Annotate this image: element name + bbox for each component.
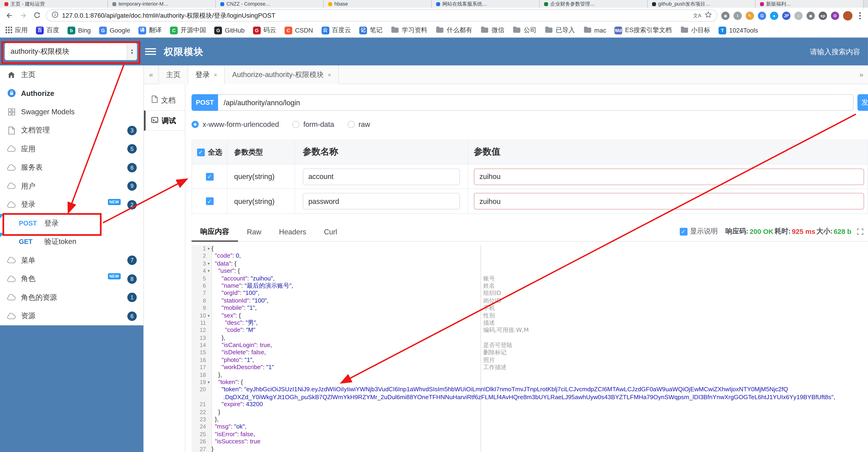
bookmark-item[interactable]: Md ES搜索引擎文档 <box>615 26 672 34</box>
bookmark-item[interactable]: 云 百度云 <box>321 26 351 34</box>
tab-debug[interactable]: 调试 <box>144 110 185 131</box>
sidebar-item[interactable]: 应用 5 <box>0 140 144 158</box>
forward-icon[interactable] <box>19 10 28 21</box>
header-search-input[interactable] <box>783 48 860 56</box>
bookmark-item[interactable]: 已导入 <box>545 26 575 34</box>
count-badge: 6 <box>127 311 137 321</box>
bookmark-item[interactable]: 百 百度 <box>36 26 59 34</box>
jp-extension-icon[interactable]: JP <box>782 11 790 20</box>
url-text[interactable]: 127.0.0.1:8760/api/gate/doc.html#/author… <box>62 11 690 20</box>
bookmark-item[interactable]: 公司 <box>513 26 536 34</box>
bookmark-item[interactable]: G Google <box>99 26 130 34</box>
browser-tab[interactable]: 主页 - 建站运营 <box>0 0 108 8</box>
response-tab[interactable]: Headers <box>270 222 315 241</box>
info-extension-icon[interactable]: i <box>734 11 742 20</box>
sidebar-item[interactable]: 登录 NEW 2 <box>0 195 144 214</box>
bookmark-item[interactable]: 应用 <box>6 26 28 34</box>
show-description-checkbox[interactable] <box>680 228 687 235</box>
param-checkbox[interactable] <box>206 197 213 205</box>
browser-tab[interactable]: 网站在线客服系统… <box>432 0 539 8</box>
blue-dot-extension-icon[interactable]: ● <box>770 11 778 20</box>
profile-avatar[interactable] <box>843 11 852 20</box>
sidebar-item[interactable]: 资源 6 <box>0 307 144 326</box>
param-checkbox[interactable] <box>206 173 213 180</box>
bookmark-item[interactable]: 记 笔记 <box>360 26 383 34</box>
browser-tab[interactable]: hbase <box>324 0 432 8</box>
bookmark-item[interactable]: 什么都有 <box>436 26 472 34</box>
bookmark-item[interactable]: 小目标 <box>680 26 710 34</box>
bookmark-item[interactable]: C CSDN <box>284 26 313 34</box>
reload-icon[interactable] <box>32 10 42 21</box>
sidebar-item-label: 登录 <box>21 200 35 210</box>
param-name-input[interactable] <box>303 193 460 209</box>
response-tab[interactable]: Curl <box>315 222 346 241</box>
browser-tab[interactable]: CNZZ - Compose… <box>216 0 324 8</box>
response-tab[interactable]: 响应内容 <box>191 223 238 242</box>
param-name-input[interactable] <box>303 168 460 185</box>
hamburger-menu-icon[interactable] <box>145 48 156 55</box>
bookmark-item[interactable]: 学习资料 <box>391 26 427 34</box>
close-tab-icon[interactable]: × <box>328 71 331 78</box>
gear-extension-icon[interactable]: ⚙ <box>831 11 839 20</box>
translate-icon[interactable]: 文A <box>693 12 701 19</box>
bookmark-item[interactable]: C 开源中国 <box>170 26 206 34</box>
tabs-scroll-right-icon[interactable]: » <box>855 70 868 79</box>
browser-menu-icon[interactable] <box>859 15 861 16</box>
bookmark-label: 微信 <box>492 26 504 34</box>
param-value-input[interactable] <box>474 193 864 209</box>
sidebar-item[interactable]: Swagger Models <box>0 103 144 121</box>
capture-extension-icon[interactable]: ◉ <box>721 11 730 20</box>
sidebar-item[interactable]: 服务表 6 <box>0 158 144 177</box>
close-tab-icon[interactable]: × <box>214 71 217 78</box>
google-extension-icon[interactable]: G <box>758 11 766 20</box>
show-description-toggle[interactable]: 显示说明 <box>680 227 718 236</box>
tabs-scroll-left-icon[interactable]: « <box>144 70 158 79</box>
param-value-input[interactable] <box>474 168 864 185</box>
bookmark-item[interactable]: G 码云 <box>253 26 276 34</box>
sidebar-item[interactable]: 角色的资源 1 <box>0 288 144 307</box>
sidebar-item[interactable]: 文档管理 3 <box>0 121 144 140</box>
address-bar[interactable]: 127.0.0.1:8760/api/gate/doc.html#/author… <box>46 9 718 21</box>
select-spinner-icon[interactable]: ▲▼ <box>127 43 137 60</box>
content-tab[interactable]: 登录 × <box>188 65 225 84</box>
browser-tab[interactable]: 新版福利… <box>755 0 863 8</box>
shield-extension-icon[interactable]: ◆ <box>807 11 815 20</box>
body-type-radio[interactable]: raw <box>347 120 370 129</box>
browser-tab[interactable]: 企业财务参数管理… <box>540 0 648 8</box>
browser-tab[interactable]: temporary-interior-M… <box>108 0 216 8</box>
code-line: 2 "code": 0, <box>191 252 868 260</box>
bookmark-item[interactable]: 微信 <box>480 26 504 34</box>
sidebar-item[interactable]: 菜单 7 <box>0 251 144 270</box>
bookmark-item[interactable]: mac <box>583 26 606 34</box>
sidebar-item[interactable]: Authorize <box>0 84 144 103</box>
sidebar-item[interactable]: 主页 <box>0 65 144 84</box>
bookmark-item[interactable]: G GitHub <box>214 26 245 34</box>
code-line: 9 "mobile": "1",手机 <box>191 305 868 312</box>
response-tab[interactable]: Raw <box>238 222 270 241</box>
request-url-input[interactable] <box>218 94 854 111</box>
send-button[interactable]: 发送 <box>858 94 868 111</box>
bookmark-item[interactable]: b Bing <box>68 26 91 34</box>
sidebar-item[interactable]: 角色 NEW 8 <box>0 270 144 288</box>
content-tab[interactable]: Authorize-authority-权限模块 × <box>225 65 339 84</box>
bookmark-item[interactable]: 译 翻译 <box>138 26 162 34</box>
sp-extension-icon[interactable]: sp <box>819 11 827 20</box>
fullscreen-icon[interactable] <box>857 228 864 235</box>
page-info-icon[interactable] <box>51 10 59 21</box>
bookmark-item[interactable]: T 1024Tools <box>718 26 758 34</box>
sidebar-item[interactable]: 用户 9 <box>0 177 144 196</box>
circle-extension-icon[interactable]: ○ <box>794 11 803 20</box>
sidebar-item[interactable]: GET 验证token <box>0 232 144 251</box>
browser-tab[interactable]: github_push发布项目… <box>648 0 755 8</box>
service-select[interactable]: authority-权限模块 ▲▼ <box>4 43 137 60</box>
bookmark-star-icon[interactable] <box>705 10 712 21</box>
response-body-editor[interactable]: 1▾{2 "code": 0,3▾ "data": {4▾ "user": {5… <box>191 245 868 452</box>
body-type-radio[interactable]: form-data <box>292 120 334 129</box>
tab-document[interactable]: 文档 <box>144 90 185 110</box>
sidebar-item[interactable]: POST 登录 <box>0 214 144 232</box>
select-all-checkbox[interactable] <box>197 148 205 156</box>
back-icon[interactable] <box>4 10 14 21</box>
pen-extension-icon[interactable]: ✎ <box>746 11 754 20</box>
body-type-radio[interactable]: x-www-form-urlencoded <box>191 120 279 129</box>
content-tab[interactable]: 主页 <box>158 65 188 84</box>
